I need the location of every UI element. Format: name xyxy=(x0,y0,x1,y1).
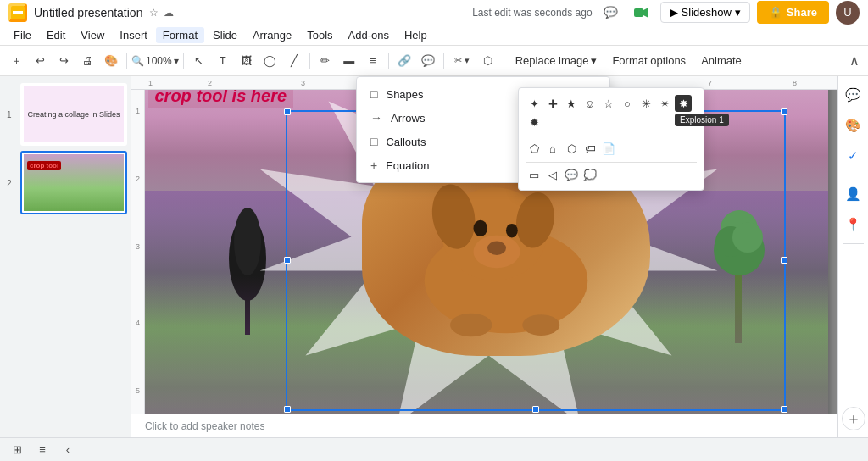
notes-bar[interactable]: Click to add speaker notes xyxy=(131,414,837,437)
share-button[interactable]: 🔒 Share xyxy=(757,1,829,24)
shape-4star[interactable]: ✦ xyxy=(526,95,542,112)
title-icons: ☆ ☁ xyxy=(149,7,174,19)
shape-rect-callout[interactable]: ▭ xyxy=(526,166,542,183)
slide-thumb-1[interactable]: 1 Creating a collage in Slides xyxy=(20,83,127,146)
menu-tools[interactable]: Tools xyxy=(300,27,339,43)
shape-explosion2[interactable]: ✹ xyxy=(526,114,542,131)
app-logo xyxy=(8,3,27,22)
zoom-in-icon[interactable]: ▾ xyxy=(174,55,179,67)
menu-view[interactable]: View xyxy=(74,27,111,43)
shape-circle[interactable]: ○ xyxy=(619,95,636,112)
menu-insert[interactable]: Insert xyxy=(113,27,154,43)
chat-button[interactable]: 💬 xyxy=(599,1,623,25)
callouts-icon: □ xyxy=(370,135,377,148)
toolbar-link[interactable]: 🔗 xyxy=(393,50,415,72)
user-avatar[interactable]: U xyxy=(836,1,860,25)
toolbar-crop[interactable]: ✂ ▾ xyxy=(448,50,476,72)
shape-tag[interactable]: ⬡ xyxy=(563,140,580,157)
shape-5star[interactable]: ☆ xyxy=(600,95,617,112)
presentation-title[interactable]: Untitled presentation xyxy=(34,6,142,19)
list-view-button[interactable]: ≡ xyxy=(32,440,53,460)
slide-thumb-2[interactable]: 2 crop tool xyxy=(20,151,127,214)
shapes-grid-2: ⬠ ⌂ ⬡ 🏷 📄 xyxy=(526,140,697,157)
sidebar-sep-1 xyxy=(843,175,864,175)
toolbar-color-line[interactable]: ▬ xyxy=(338,50,360,72)
shape-pentagon[interactable]: ⬠ xyxy=(526,140,542,157)
toolbar: ＋ ↩ ↪ 🖨 🎨 🔍 100% ▾ ↖ T 🖼 ◯ ╱ ✏ ▬ ≡ 🔗 💬 ✂… xyxy=(0,46,868,76)
slides-panel: 1 Creating a collage in Slides 2 crop to… xyxy=(0,76,131,437)
menu-file[interactable]: File xyxy=(7,27,38,43)
toolbar-comment[interactable]: 💬 xyxy=(417,50,439,72)
menu-arrange[interactable]: Arrange xyxy=(246,27,298,43)
svg-rect-1 xyxy=(13,11,23,14)
collapse-panel-button[interactable]: ‹ xyxy=(58,440,78,460)
zoom-level[interactable]: 100% xyxy=(146,55,172,67)
toolbar-pen[interactable]: ✏ xyxy=(314,50,337,72)
shape-hexstar[interactable]: ⎊ xyxy=(581,95,598,112)
callouts-label: Callouts xyxy=(386,136,426,148)
toolbar-print[interactable]: 🖨 xyxy=(76,50,98,72)
toolbar-paintformat[interactable]: 🎨 xyxy=(100,50,122,72)
toolbar-redo[interactable]: ↪ xyxy=(53,50,75,72)
shape-fold[interactable]: 📄 xyxy=(600,140,617,157)
shape-6star[interactable]: ★ xyxy=(563,95,580,112)
shape-burst8[interactable]: ✴ xyxy=(656,95,673,112)
share-lock-icon: 🔒 xyxy=(769,6,782,19)
svg-marker-3 xyxy=(643,8,648,18)
slideshow-button[interactable]: ▶ Slideshow ▾ xyxy=(660,2,750,23)
toolbar-bullet[interactable]: ≡ xyxy=(362,50,384,72)
shapes-grid-3: ▭ ◁ 💬 💭 xyxy=(526,166,697,183)
zoom-out-icon[interactable]: 🔍 xyxy=(131,55,144,67)
shape-12star[interactable]: ✳ xyxy=(637,95,654,112)
shape-round-callout[interactable]: ◁ xyxy=(544,166,561,183)
slide-number-1: 1 xyxy=(7,110,12,119)
menu-format[interactable]: Format xyxy=(156,27,204,43)
shape-speech2[interactable]: 💭 xyxy=(581,166,598,183)
cloud-icon[interactable]: ☁ xyxy=(164,7,174,19)
menu-edit[interactable]: Edit xyxy=(40,27,72,43)
menu-slide[interactable]: Slide xyxy=(206,27,244,43)
grid-view-button[interactable]: ⊞ xyxy=(7,440,27,460)
sidebar-location-icon[interactable]: 📍 xyxy=(842,213,865,236)
sidebar-person-icon[interactable]: 👤 xyxy=(842,182,865,206)
star-icon[interactable]: ☆ xyxy=(149,7,159,19)
sidebar-chat-icon[interactable]: 💬 xyxy=(842,83,865,107)
ruler-mark-2: 2 xyxy=(208,79,212,87)
svg-point-16 xyxy=(473,219,487,236)
format-options-button[interactable]: Format options xyxy=(605,52,693,69)
toolbar-image[interactable]: 🖼 xyxy=(236,50,258,72)
shape-speech1[interactable]: 💬 xyxy=(563,166,580,183)
zoom-control[interactable]: 🔍 100% ▾ xyxy=(131,55,179,67)
slide-preview-2: crop tool xyxy=(24,154,124,210)
menu-bar: File Edit View Insert Format Slide Arran… xyxy=(0,25,868,46)
toolbar-text[interactable]: T xyxy=(212,50,234,72)
toolbar-undo[interactable]: ↩ xyxy=(29,50,51,72)
svg-point-17 xyxy=(506,223,518,237)
shape-explosion1[interactable]: ✸ Explosion 1 xyxy=(675,95,692,112)
share-label: Share xyxy=(787,6,817,19)
toolbar-cursor[interactable]: ↖ xyxy=(188,50,210,72)
sidebar-add-button[interactable]: ＋ xyxy=(842,407,865,430)
animate-button[interactable]: Animate xyxy=(694,52,748,69)
slideshow-label: Slideshow xyxy=(682,6,732,19)
toolbar-line[interactable]: ╱ xyxy=(283,50,305,72)
sidebar-palette-icon[interactable]: 🎨 xyxy=(842,114,865,137)
shape-ribbon[interactable]: 🏷 xyxy=(581,140,598,157)
dropdown-shapes[interactable]: □ Shapes › ✦ ✚ ★ ⎊ ☆ ○ ✳ ✴ ✸ Explosion 1… xyxy=(357,82,609,106)
menu-addons[interactable]: Add-ons xyxy=(342,27,396,43)
shape-chevron[interactable]: ⌂ xyxy=(544,140,561,157)
sidebar-check-icon[interactable]: ✓ xyxy=(842,144,865,168)
toolbar-add-button[interactable]: ＋ xyxy=(5,50,27,72)
slide-number-2: 2 xyxy=(7,178,12,187)
menu-help[interactable]: Help xyxy=(398,27,434,43)
crop-tool-text: crop tool is here xyxy=(148,90,294,108)
toolbar-mask[interactable]: ⬡ xyxy=(477,50,499,72)
meet-button[interactable] xyxy=(630,1,654,25)
animate-label: Animate xyxy=(701,54,742,67)
replace-image-button[interactable]: Replace image ▾ xyxy=(509,52,604,69)
collapse-toolbar-button[interactable]: ∧ xyxy=(846,51,863,70)
bottom-bar: ⊞ ≡ ‹ xyxy=(0,437,868,461)
shape-cross[interactable]: ✚ xyxy=(544,95,561,112)
toolbar-sep-5 xyxy=(443,53,444,69)
toolbar-shape[interactable]: ◯ xyxy=(259,50,281,72)
